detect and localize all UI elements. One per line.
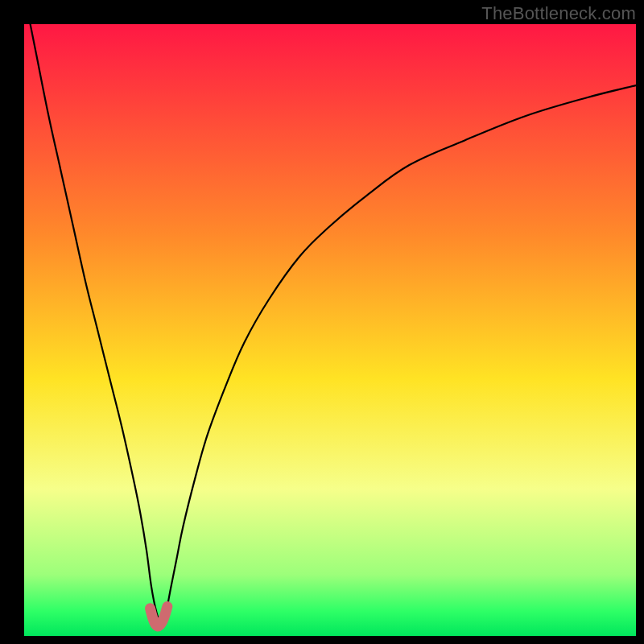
chart-frame: TheBottleneck.com: [0, 0, 644, 644]
chart-plot-area: [24, 24, 636, 636]
watermark-text: TheBottleneck.com: [481, 3, 636, 24]
gradient-background: [24, 24, 636, 636]
bottleneck-chart: [24, 24, 636, 636]
